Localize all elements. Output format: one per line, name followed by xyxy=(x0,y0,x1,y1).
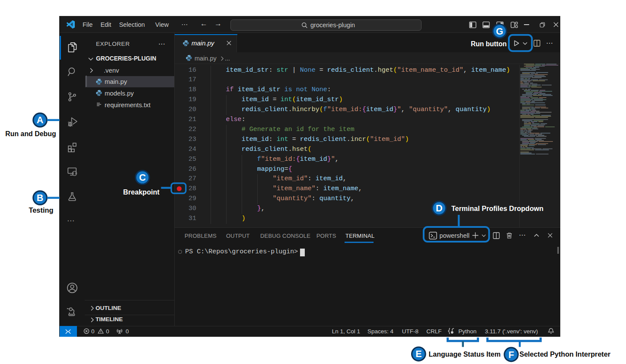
svg-text:A: A xyxy=(37,115,44,125)
svg-text:Breakpoint: Breakpoint xyxy=(123,188,160,196)
svg-text:Run button: Run button xyxy=(471,40,507,48)
svg-text:G: G xyxy=(496,26,503,37)
svg-text:D: D xyxy=(436,203,443,214)
svg-text:B: B xyxy=(37,193,44,203)
svg-text:F: F xyxy=(508,350,514,360)
svg-text:Run and Debug: Run and Debug xyxy=(5,130,56,137)
svg-text:Testing: Testing xyxy=(29,207,53,214)
svg-text:C: C xyxy=(139,172,146,183)
svg-text:Terminal Profiles Dropdown: Terminal Profiles Dropdown xyxy=(451,205,543,212)
svg-text:Language Status Item: Language Status Item xyxy=(429,351,501,358)
svg-text:Selected Python Interpreter: Selected Python Interpreter xyxy=(519,351,610,358)
svg-text:E: E xyxy=(415,349,422,359)
